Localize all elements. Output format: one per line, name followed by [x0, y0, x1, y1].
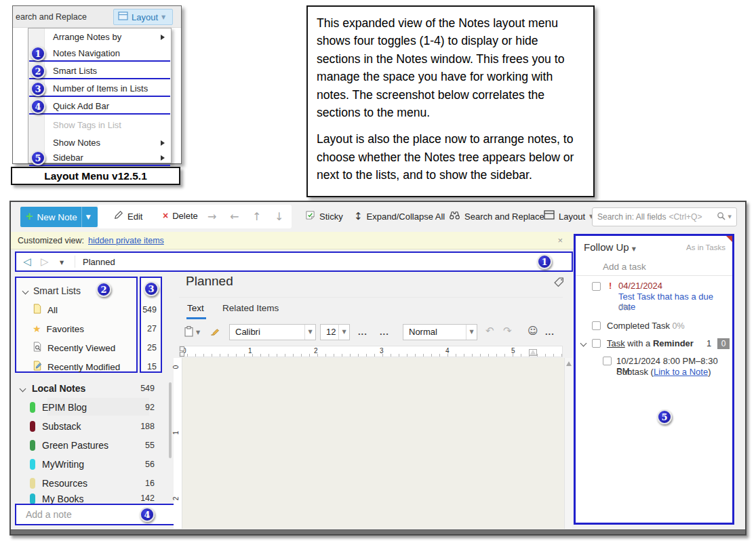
link-to-note[interactable]: Link to a Note: [654, 367, 708, 377]
edit-button[interactable]: Edit: [114, 210, 142, 222]
scroll-up-icon[interactable]: [566, 361, 572, 366]
list-item-green-pastures[interactable]: Green Pastures 55: [20, 437, 163, 454]
paragraph-style-select[interactable]: Normal ▼: [403, 324, 477, 340]
right-indent-marker[interactable]: [530, 350, 536, 355]
list-item-resources[interactable]: Resources 16: [20, 475, 163, 492]
hidden-private-items-link[interactable]: hidden private items: [88, 236, 164, 245]
menu-item-notes-navigation[interactable]: Notes Navigation: [29, 45, 170, 62]
new-note-dropdown[interactable]: ▼: [81, 207, 95, 227]
item-label: Green Pastures: [42, 440, 108, 451]
move-left-button[interactable]: ←: [230, 210, 239, 223]
mini-layout-button[interactable]: Layout ▼: [113, 9, 173, 25]
more-formatting-button[interactable]: ...: [358, 327, 367, 337]
menu-item-label: Show Notes: [53, 138, 100, 148]
sidebar-item-favorites[interactable]: ★ Favorites: [16, 320, 136, 338]
follow-up-header[interactable]: Follow Up ▼: [584, 241, 636, 253]
sidebar-item-recently-viewed[interactable]: Recently Viewed: [16, 339, 136, 357]
search-icon[interactable]: [717, 211, 725, 223]
move-right-button[interactable]: →: [207, 210, 216, 223]
list-item-clipped[interactable]: My Books 142: [20, 493, 163, 504]
task-checkbox[interactable]: [592, 339, 601, 348]
description-box: This expanded view of the Notes layout m…: [306, 5, 595, 197]
task-title[interactable]: Task with a Reminder: [607, 338, 694, 348]
sticky-note-icon: [305, 210, 315, 223]
move-up-button[interactable]: ↑: [252, 210, 261, 223]
menu-item-smart-lists[interactable]: Smart Lists: [29, 63, 170, 79]
layout-dropdown-menu: Arrange Notes by Notes Navigation Smart …: [28, 28, 172, 163]
menu-item-quick-add-bar[interactable]: Quick Add Bar: [29, 98, 170, 115]
move-down-button[interactable]: ↓: [275, 210, 283, 223]
mini-search-replace-label: earch and Replace: [16, 12, 87, 22]
local-notes-header[interactable]: Local Notes 549: [20, 380, 163, 397]
sidebar-scrollbar[interactable]: [169, 382, 172, 458]
task-title[interactable]: Completed Task 0%: [607, 321, 685, 331]
count-recently-viewed: 25: [147, 343, 157, 352]
layout-icon: [544, 210, 555, 222]
tag-icon[interactable]: [553, 277, 565, 291]
ruler-mark: 1: [172, 431, 180, 435]
paste-icon[interactable]: [184, 326, 193, 340]
nav-history-dropdown[interactable]: ▼: [60, 260, 64, 266]
format-painter-icon[interactable]: [210, 326, 220, 339]
nav-forward-button[interactable]: ▷: [41, 256, 49, 268]
font-size-select[interactable]: 12 ▼: [320, 324, 350, 340]
sticky-label: Sticky: [319, 211, 343, 222]
page: earch and Replace Layout ▼ Arrange Notes…: [0, 0, 756, 545]
menu-item-number-of-items[interactable]: Number of Items in Lists: [29, 81, 170, 97]
close-icon[interactable]: ×: [557, 235, 567, 245]
ruler-mark: 5: [511, 347, 515, 355]
tab-related-items[interactable]: Related Items: [222, 303, 279, 313]
menu-item-arrange-notes-by[interactable]: Arrange Notes by: [29, 29, 170, 45]
list-item-substack[interactable]: Substack 188: [20, 418, 163, 435]
sticky-button[interactable]: Sticky: [305, 210, 343, 223]
note-editor-body[interactable]: [182, 358, 564, 529]
more-formatting-button-2[interactable]: ...: [380, 327, 389, 337]
indent-marker[interactable]: [180, 352, 184, 357]
redo-icon[interactable]: ↷: [503, 325, 512, 337]
more-tools-button[interactable]: ...: [545, 327, 555, 337]
paste-dropdown[interactable]: ▼: [196, 329, 200, 336]
task-link[interactable]: Task: [607, 338, 625, 348]
list-item-mywriting[interactable]: MyWriting 56: [20, 456, 163, 473]
ruler-mark: 3: [380, 347, 384, 355]
task-title-link[interactable]: Test Task that has a due date: [618, 291, 732, 312]
font-family-select[interactable]: Calibri ▼: [229, 324, 316, 340]
plus-icon: +: [20, 209, 37, 225]
item-label: EPIM Blog: [42, 402, 87, 413]
sidebar-item-all[interactable]: All: [16, 301, 136, 319]
quick-add-bar[interactable]: Add a note 4: [15, 504, 178, 525]
chevron-down-icon[interactable]: ▼: [728, 214, 732, 220]
chevron-down-icon[interactable]: [580, 340, 587, 347]
editor-scrollbar[interactable]: [564, 358, 572, 529]
indent-marker[interactable]: [180, 346, 184, 351]
edit-label: Edit: [127, 211, 142, 222]
sidebar-item-recently-modified[interactable]: Recently Modified: [16, 358, 136, 376]
layout-button[interactable]: Layout ▼: [544, 210, 593, 222]
window-bottom-edge: [11, 529, 745, 534]
smart-lists-header[interactable]: Smart Lists: [16, 282, 136, 300]
ruler-mark: 0: [172, 365, 180, 369]
note-title[interactable]: Planned: [186, 274, 233, 289]
callout-1: 1: [537, 254, 552, 269]
menu-item-sidebar[interactable]: Sidebar: [29, 150, 170, 166]
task-checkbox[interactable]: [592, 282, 601, 291]
item-count: 56: [145, 460, 155, 469]
nav-back-button[interactable]: ◁: [23, 256, 31, 268]
item-label: Recently Modified: [47, 362, 120, 372]
task-checkbox[interactable]: [592, 321, 601, 330]
add-task-input[interactable]: Add a task: [603, 262, 646, 272]
undo-icon[interactable]: ↶: [485, 325, 494, 337]
search-replace-button[interactable]: Search and Replace: [449, 210, 544, 222]
menu-item-show-tags: Show Tags in List: [29, 117, 170, 134]
callout-5: 5: [657, 409, 672, 424]
new-note-button[interactable]: + New Note ▼: [20, 207, 98, 227]
emoji-icon[interactable]: ☺: [528, 325, 538, 337]
tab-text[interactable]: Text: [187, 303, 204, 313]
task-checkbox[interactable]: [603, 357, 612, 365]
menu-item-show-notes[interactable]: Show Notes: [29, 135, 170, 151]
delete-button[interactable]: × Delete: [163, 210, 198, 221]
expand-collapse-button[interactable]: ↕ Expand/Collapse All: [354, 210, 445, 222]
search-input[interactable]: Search in: All fields <Ctrl+Q> ▼: [592, 207, 737, 226]
list-item-epim-blog[interactable]: EPIM Blog 92: [20, 399, 163, 416]
ruler-mark: 2: [172, 497, 180, 501]
